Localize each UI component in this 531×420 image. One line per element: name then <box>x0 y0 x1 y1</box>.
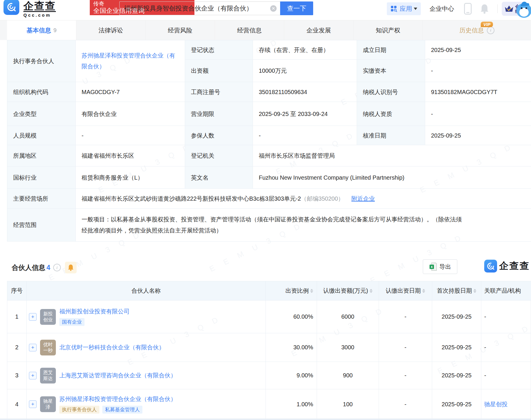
enterprise-center-link[interactable]: 企业中心 <box>430 5 454 13</box>
related-value: 驰星创投 <box>481 389 531 419</box>
brand-en: Qcc.com <box>23 11 56 18</box>
tab-operation-risk[interactable]: 经营风险 <box>146 20 215 40</box>
tag-fund-manager: 私募基金管理人 <box>102 406 142 414</box>
partners-title: 合伙人信息 4 i <box>12 262 77 273</box>
sub-date-value: - <box>379 362 432 389</box>
monitor-bell-icon[interactable] <box>65 262 77 273</box>
executive-partner-link[interactable]: 苏州驰星泽和投资管理合伙企业（有限合伙） <box>82 50 181 72</box>
nearby-companies-link[interactable]: 附近企业 <box>351 194 375 204</box>
field-label: 纳税人资质 <box>357 102 425 126</box>
tab-basic-info[interactable]: 基本信息 9 <box>7 20 76 40</box>
search-bar: ✕ 查一下 <box>119 1 313 15</box>
notification-bell-icon[interactable] <box>480 4 489 14</box>
field-label: 工商注册号 <box>185 82 253 102</box>
mascot-icon[interactable] <box>515 1 531 18</box>
divider <box>497 4 498 13</box>
qcc-spiral-icon <box>6 1 17 13</box>
avatar: 驰星泽 <box>40 396 56 412</box>
partners-table: 序号 合伙人名称 出资比例 认缴出资额(万元) 认缴出资日期 首次持股日期 关联… <box>7 281 531 419</box>
expand-icon[interactable]: + <box>29 372 37 379</box>
field-label: 成立日期 <box>357 40 425 60</box>
registration-no-value: 350182110509634 <box>253 82 357 102</box>
related-product-link[interactable]: 驰星创投 <box>484 400 508 408</box>
partner-row: 4 + 驰星泽 苏州驰星泽和投资管理合伙企业（有限合伙） 执行事务合伙人 私募基… <box>7 389 531 419</box>
expand-icon[interactable]: + <box>29 313 37 321</box>
search-clear-icon[interactable]: ✕ <box>270 5 277 12</box>
partner-name-cell: + 驰星泽 苏州驰星泽和投资管理合伙企业（有限合伙） 执行事务合伙人 私募基金管… <box>27 389 266 419</box>
brand-wordmark[interactable]: 企查查 Qcc.com <box>23 1 56 18</box>
field-label: 登记机关 <box>185 145 253 166</box>
info-icon[interactable]: i <box>487 27 494 34</box>
col-no: 序号 <box>7 281 27 301</box>
field-label: 组织机构代码 <box>7 82 76 102</box>
sub-date-value: - <box>379 301 432 333</box>
tab-legal[interactable]: 法律诉讼 <box>76 20 146 40</box>
search-box[interactable]: ✕ <box>119 1 280 15</box>
sort-icon[interactable] <box>370 289 373 293</box>
expand-icon[interactable]: + <box>29 344 37 351</box>
avatar: 恩艾斯达 <box>40 368 56 383</box>
partner-name-link[interactable]: 上海恩艾斯达管理咨询合伙企业（有限合伙） <box>59 372 176 379</box>
first-date-value: 2025-09-25 <box>432 389 481 419</box>
tag-state-owned: 国有企业 <box>59 318 85 326</box>
basic-info-table: 执行事务合伙人 苏州驰星泽和投资管理合伙企业（有限合伙） 登记状态 存续（在营、… <box>7 40 531 242</box>
partner-name-link[interactable]: 福州新投创业投资有限公司 <box>59 308 130 315</box>
establish-date-value: 2025-09-25 <box>425 40 531 60</box>
expand-icon[interactable]: + <box>29 400 37 408</box>
field-label: 国标行业 <box>7 166 76 189</box>
row-no: 4 <box>7 389 27 419</box>
tab-history[interactable]: 历史信息 i VIP <box>423 20 531 40</box>
top-header: 企查查 Qcc.com 传奇 全国企业信用查询 ✕ 查一下 <box>0 0 531 20</box>
approval-date-value: 2025-09-25 <box>425 126 531 145</box>
sort-icon[interactable] <box>310 289 313 293</box>
partners-section-header: 合伙人信息 4 i X 导出 <box>7 257 531 277</box>
sub-date-value: - <box>379 389 432 419</box>
tab-ip[interactable]: 知识产权 <box>354 20 423 40</box>
search-input[interactable] <box>124 5 270 12</box>
apps-menu[interactable]: 应用 <box>387 2 421 15</box>
field-label: 纳税人识别号 <box>357 82 425 102</box>
info-icon[interactable]: i <box>53 264 61 271</box>
address-value: 福建省福州市长乐区文武砂街道黄沙礁路222号新投科技研发中心B3c栋3层303单… <box>76 189 531 209</box>
first-date-value: 2025-09-25 <box>432 362 481 389</box>
sub-date-value: - <box>379 333 432 362</box>
field-label: 经营范围 <box>7 209 76 242</box>
field-label: 执行事务合伙人 <box>7 40 76 82</box>
amount-value: 900 <box>317 362 379 389</box>
tab-development[interactable]: 企业发展 <box>284 20 354 40</box>
bottom-strip <box>0 419 531 420</box>
taxpayer-qualification-value: - <box>425 102 531 126</box>
export-button[interactable]: X 导出 <box>423 259 457 274</box>
first-date-value: 2025-09-25 <box>432 333 481 362</box>
field-label: 参保人数 <box>185 126 253 145</box>
amount-value: 6000 <box>317 301 379 333</box>
partner-row: 2 + 优时一秒 北京优时一秒科技合伙企业（有限合伙） 30.00% 3000 … <box>7 333 531 362</box>
tab-history-label: 历史信息 <box>459 26 484 34</box>
staff-size-value: - <box>76 126 185 145</box>
search-button[interactable]: 查一下 <box>280 1 313 15</box>
partner-name-link[interactable]: 北京优时一秒科技合伙企业（有限合伙） <box>59 343 165 351</box>
mobile-app-icon[interactable] <box>464 3 472 15</box>
brand-cn: 企查查 <box>23 1 56 11</box>
apps-label: 应用 <box>400 5 412 13</box>
ratio-value: 1.00% <box>266 389 317 419</box>
avatar: 新投创业 <box>40 309 56 325</box>
sort-icon[interactable] <box>473 289 476 293</box>
col-amount[interactable]: 认缴出资额(万元) <box>317 281 379 301</box>
partners-table-header: 序号 合伙人名称 出资比例 认缴出资额(万元) 认缴出资日期 首次持股日期 关联… <box>7 281 531 301</box>
tab-operation-info[interactable]: 经营信息 <box>215 20 284 40</box>
amount-value: 3000 <box>317 333 379 362</box>
col-first-date[interactable]: 首次持股日期 <box>432 281 481 301</box>
partner-name-cell: + 新投创业 福州新投创业投资有限公司 国有企业 <box>27 301 266 333</box>
col-sub-date[interactable]: 认缴出资日期 <box>379 281 432 301</box>
sort-icon[interactable] <box>422 289 425 293</box>
partner-row: 3 + 恩艾斯达 上海恩艾斯达管理咨询合伙企业（有限合伙） 9.00% 900 … <box>7 362 531 389</box>
business-scope-value: 一般项目：以私募基金从事股权投资、投资管理、资产管理等活动（须在中国证券投资基金… <box>76 209 531 242</box>
field-label: 企业类型 <box>7 102 76 126</box>
partner-name-cell: + 恩艾斯达 上海恩艾斯达管理咨询合伙企业（有限合伙） <box>27 362 266 389</box>
col-ratio[interactable]: 出资比例 <box>266 281 317 301</box>
partner-name-link[interactable]: 苏州驰星泽和投资管理合伙企业（有限合伙） <box>59 395 176 403</box>
enterprise-type-value: 有限合伙企业 <box>76 102 185 126</box>
qcc-logo-icon[interactable] <box>4 0 19 15</box>
export-label: 导出 <box>439 263 451 271</box>
